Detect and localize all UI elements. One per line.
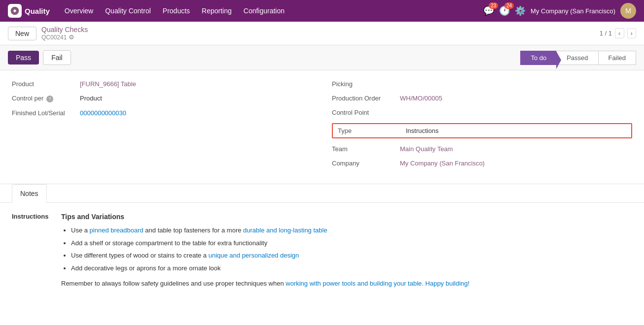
link-unique: unique and personalized design — [209, 252, 299, 259]
nav-configuration[interactable]: Configuration — [239, 5, 289, 17]
link-working: working with power tools and building yo… — [286, 280, 469, 287]
product-label: Product — [12, 80, 76, 88]
link-pinned: pinned breadboard — [90, 227, 143, 234]
company-label: Company — [332, 160, 396, 167]
picking-label: Picking — [332, 80, 396, 88]
control-per-label: Control per ? — [12, 95, 76, 102]
activities-badge: 24 — [504, 2, 514, 9]
instructions-label: Instructions — [12, 213, 51, 289]
production-order-row: Production Order WH/MO/00005 — [332, 95, 632, 102]
form-grid: Product [FURN_9666] Table Control per ? … — [12, 80, 632, 174]
team-label: Team — [332, 145, 396, 153]
control-per-value: Product — [80, 95, 102, 102]
top-navigation: Quality Overview Quality Control Product… — [0, 0, 644, 22]
nav-reporting[interactable]: Reporting — [197, 5, 237, 17]
product-row: Product [FURN_9666] Table — [12, 80, 302, 88]
notes-content: Instructions Tips and Variations Use a p… — [0, 203, 644, 299]
breadcrumb-sub: QC00241 ⚙ — [41, 33, 88, 41]
production-order-value[interactable]: WH/MO/00005 — [400, 95, 442, 102]
team-value[interactable]: Main Quality Team — [400, 145, 453, 153]
new-button[interactable]: New — [8, 27, 36, 40]
lot-serial-row: Finished Lot/Serial 0000000000030 — [12, 109, 302, 117]
breadcrumb: Quality Checks QC00241 ⚙ — [41, 26, 88, 41]
record-id: QC00241 — [41, 34, 67, 41]
logo-icon — [8, 4, 22, 18]
control-per-help-icon[interactable]: ? — [46, 96, 53, 102]
record-gear-icon[interactable]: ⚙ — [69, 33, 74, 41]
pagination-count: 1 / 1 — [600, 30, 612, 37]
production-order-label: Production Order — [332, 95, 396, 102]
pagination-prev[interactable]: ‹ — [615, 28, 624, 38]
status-passed[interactable]: Passed — [556, 51, 598, 65]
lot-serial-value[interactable]: 0000000000030 — [80, 109, 126, 117]
type-value: Instructions — [406, 127, 438, 134]
tabs-area: Notes — [0, 184, 644, 203]
settings-icon[interactable]: ⚙️ — [515, 5, 526, 16]
app-name: Quality — [25, 7, 50, 15]
sub-header: New Quality Checks QC00241 ⚙ 1 / 1 ‹ › — [0, 22, 644, 45]
type-label: Type — [338, 127, 402, 134]
messages-badge: 23 — [489, 2, 498, 9]
messages-icon[interactable]: 💬 23 — [483, 5, 494, 16]
nav-overview[interactable]: Overview — [60, 5, 98, 17]
control-point-label: Control Point — [332, 109, 396, 116]
picking-row: Picking — [332, 80, 632, 88]
team-row: Team Main Quality Team — [332, 145, 632, 153]
pass-button[interactable]: Pass — [8, 51, 39, 65]
status-failed[interactable]: Failed — [598, 51, 636, 65]
app-logo[interactable]: Quality — [8, 4, 50, 18]
notes-inner: Instructions Tips and Variations Use a p… — [12, 213, 632, 289]
nav-products[interactable]: Products — [158, 5, 195, 17]
form-area: Product [FURN_9666] Table Control per ? … — [0, 70, 644, 184]
product-value[interactable]: [FURN_9666] Table — [80, 80, 136, 88]
type-row: Type Instructions — [332, 123, 632, 138]
lot-serial-label: Finished Lot/Serial — [12, 109, 76, 117]
form-right: Picking Production Order WH/MO/00005 Con… — [322, 80, 632, 174]
notes-heading: Tips and Variations — [61, 213, 632, 221]
list-item: Add a shelf or storage compartment to th… — [71, 238, 632, 248]
form-left: Product [FURN_9666] Table Control per ? … — [12, 80, 322, 174]
control-point-row: Control Point — [332, 109, 632, 116]
status-bar: To do Passed Failed — [520, 51, 636, 65]
tab-notes[interactable]: Notes — [12, 184, 47, 203]
avatar[interactable]: M — [620, 3, 636, 19]
nav-right-section: 💬 23 🕐 24 ⚙️ My Company (San Francisco) … — [483, 3, 636, 19]
status-todo[interactable]: To do — [520, 51, 557, 65]
list-item: Use different types of wood or stains to… — [71, 251, 632, 260]
company-name: My Company (San Francisco) — [531, 7, 615, 15]
link-durable: durable and long-lasting table — [243, 227, 327, 234]
main-nav: Overview Quality Control Products Report… — [60, 5, 473, 17]
pagination: 1 / 1 ‹ › — [600, 28, 636, 38]
company-row: Company My Company (San Francisco) — [332, 160, 632, 167]
main-container: New Quality Checks QC00241 ⚙ 1 / 1 ‹ › P… — [0, 22, 644, 325]
activities-icon[interactable]: 🕐 24 — [499, 5, 510, 16]
pagination-next[interactable]: › — [627, 28, 636, 38]
action-bar: Pass Fail To do Passed Failed — [0, 45, 644, 70]
company-value[interactable]: My Company (San Francisco) — [400, 160, 485, 167]
control-per-row: Control per ? Product — [12, 95, 302, 102]
notes-list: Use a pinned breadboard and table top fa… — [61, 226, 632, 273]
list-item: Use a pinned breadboard and table top fa… — [71, 226, 632, 235]
notes-footer: Remember to always follow safety guideli… — [61, 279, 632, 289]
breadcrumb-title[interactable]: Quality Checks — [41, 26, 88, 33]
fail-button[interactable]: Fail — [43, 50, 71, 65]
nav-quality-control[interactable]: Quality Control — [100, 5, 156, 17]
notes-body: Tips and Variations Use a pinned breadbo… — [61, 213, 632, 289]
list-item: Add decorative legs or aprons for a more… — [71, 263, 632, 273]
